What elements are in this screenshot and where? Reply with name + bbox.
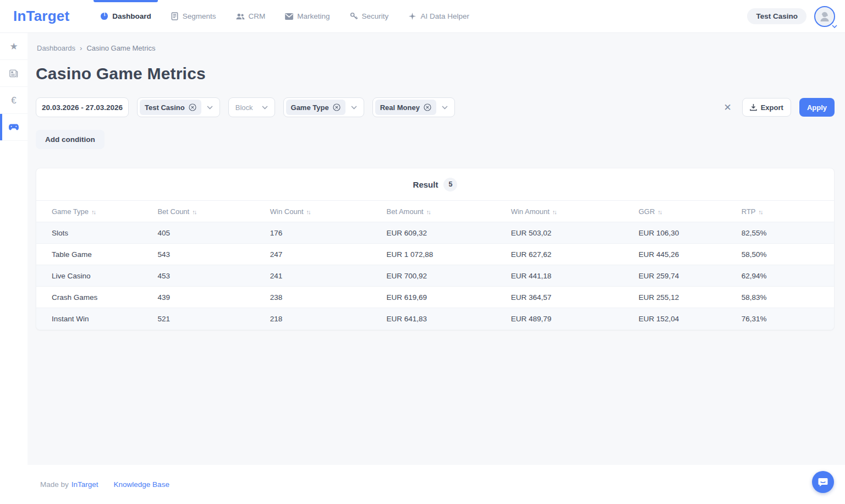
sort-icon[interactable]: ↑↓ <box>91 209 95 215</box>
cell-ggr: EUR 445,26 <box>639 244 742 265</box>
date-range-input[interactable] <box>36 97 129 117</box>
brand-logo[interactable]: InTarget <box>13 8 69 25</box>
people-icon <box>236 13 245 20</box>
euro-icon: € <box>11 96 16 105</box>
table-row: Live Casino 453 241 EUR 700,92 EUR 441,1… <box>36 265 834 287</box>
chevron-down-icon <box>262 106 268 109</box>
sort-icon[interactable]: ↑↓ <box>759 209 762 215</box>
column-header-bet-count[interactable]: Bet Count↑↓ <box>157 201 270 222</box>
cell-game-type: Table Game <box>36 244 157 265</box>
nav-item-marketing[interactable]: Marketing <box>278 0 336 33</box>
nav-label: CRM <box>249 12 266 20</box>
column-header-win-count[interactable]: Win Count↑↓ <box>270 201 387 222</box>
account-name-pill[interactable]: Test Casino <box>747 8 806 24</box>
nav-item-crm[interactable]: CRM <box>229 0 272 33</box>
sort-icon[interactable]: ↑↓ <box>426 209 430 215</box>
remove-chip-icon[interactable] <box>333 103 341 111</box>
cell-win-amount: EUR 441,18 <box>511 265 639 287</box>
cell-bet-amount: EUR 1 072,88 <box>387 244 511 265</box>
chevron-down-icon <box>351 106 357 109</box>
remove-chip-icon[interactable] <box>424 103 431 111</box>
filter-game-type-select[interactable]: Game Type <box>283 97 364 117</box>
cell-win-count: 218 <box>270 308 387 330</box>
app-window: InTarget Dashboard Segments CRM <box>0 0 845 504</box>
export-label: Export <box>761 103 783 112</box>
brand-link[interactable]: InTarget <box>72 480 98 489</box>
breadcrumb-dashboards[interactable]: Dashboards <box>37 44 75 52</box>
cell-game-type: Slots <box>36 222 157 244</box>
chip-label: Test Casino <box>145 103 185 112</box>
sort-icon[interactable]: ↑↓ <box>657 209 661 215</box>
add-condition-button[interactable]: Add condition <box>36 130 105 149</box>
pie-chart-icon <box>100 12 108 20</box>
apply-button[interactable]: Apply <box>799 98 835 117</box>
knowledge-base-link[interactable]: Knowledge Base <box>114 480 169 489</box>
sort-icon[interactable]: ↑↓ <box>192 209 196 215</box>
column-header-bet-amount[interactable]: Bet Amount↑↓ <box>387 201 511 222</box>
sidebar-item-favorites[interactable]: ★ <box>0 33 28 60</box>
filter-casino-select[interactable]: Test Casino <box>137 97 220 117</box>
cell-win-amount: EUR 364,57 <box>511 287 639 308</box>
column-header-win-amount[interactable]: Win Amount↑↓ <box>511 201 639 222</box>
result-card: Result 5 Game Type↑↓ Bet Count↑↓ Win Cou… <box>36 168 835 330</box>
table-row: Instant Win 521 218 EUR 641,83 EUR 489,7… <box>36 308 834 330</box>
cell-bet-amount: EUR 641,83 <box>387 308 511 330</box>
cell-rtp: 76,31% <box>742 308 834 330</box>
cell-win-count: 241 <box>270 265 387 287</box>
column-header-game-type[interactable]: Game Type↑↓ <box>36 201 157 222</box>
chevron-down-icon <box>207 106 213 109</box>
nav-label: Marketing <box>297 12 330 20</box>
top-navbar: InTarget Dashboard Segments CRM <box>0 0 845 33</box>
news-icon <box>9 69 18 78</box>
sort-icon[interactable]: ↑↓ <box>552 209 556 215</box>
sort-icon[interactable]: ↑↓ <box>306 209 310 215</box>
gamepad-icon <box>9 124 19 130</box>
sparkle-icon <box>408 12 416 20</box>
document-icon <box>171 12 179 20</box>
cell-bet-count: 405 <box>157 222 270 244</box>
nav-label: Dashboard <box>112 12 151 20</box>
column-header-ggr[interactable]: GGR↑↓ <box>639 201 742 222</box>
nav-label: Security <box>362 12 389 20</box>
cell-rtp: 58,50% <box>742 244 834 265</box>
sidebar-item-reports[interactable] <box>0 60 28 87</box>
cell-game-type: Instant Win <box>36 308 157 330</box>
sidebar-item-casino-games[interactable] <box>0 114 28 141</box>
breadcrumb: Dashboards › Casino Game Metrics <box>36 44 835 52</box>
clear-filters-icon[interactable]: ✕ <box>721 101 733 114</box>
nav-item-security[interactable]: Security <box>343 0 396 33</box>
person-headset-icon <box>818 10 831 23</box>
cell-ggr: EUR 259,74 <box>639 265 742 287</box>
export-button[interactable]: Export <box>742 98 791 117</box>
cell-ggr: EUR 255,12 <box>639 287 742 308</box>
table-row: Slots 405 176 EUR 609,32 EUR 503,02 EUR … <box>36 222 834 244</box>
table-row: Table Game 543 247 EUR 1 072,88 EUR 627,… <box>36 244 834 265</box>
cell-win-amount: EUR 503,02 <box>511 222 639 244</box>
chat-bubble-icon <box>817 476 828 487</box>
breadcrumb-separator: › <box>80 44 82 52</box>
filter-money-type-select[interactable]: Real Money <box>372 97 455 117</box>
filter-bar: Test Casino Block Game Type <box>36 97 835 117</box>
user-avatar[interactable] <box>814 6 835 27</box>
cell-bet-count: 543 <box>157 244 270 265</box>
chip-label: Game Type <box>291 103 329 112</box>
nav-item-ai-data-helper[interactable]: AI Data Helper <box>402 0 476 33</box>
cell-bet-amount: EUR 700,92 <box>387 265 511 287</box>
chat-launcher-button[interactable] <box>812 471 834 493</box>
select-placeholder: Block <box>235 103 253 112</box>
result-count-badge: 5 <box>443 178 457 191</box>
table-row: Crash Games 439 238 EUR 619,69 EUR 364,5… <box>36 287 834 308</box>
remove-chip-icon[interactable] <box>189 103 196 111</box>
key-icon <box>350 12 358 20</box>
nav-item-segments[interactable]: Segments <box>164 0 223 33</box>
cell-bet-count: 439 <box>157 287 270 308</box>
filter-block-select[interactable]: Block <box>228 97 275 117</box>
main-content: Dashboards › Casino Game Metrics Casino … <box>28 33 845 465</box>
cell-rtp: 82,55% <box>742 222 834 244</box>
nav-item-dashboard[interactable]: Dashboard <box>94 0 158 33</box>
sidebar-item-finance[interactable]: € <box>0 87 28 114</box>
envelope-icon <box>285 13 293 20</box>
chevron-down-icon <box>832 25 837 28</box>
column-header-rtp[interactable]: RTP↑↓ <box>742 201 834 222</box>
cell-rtp: 58,83% <box>742 287 834 308</box>
